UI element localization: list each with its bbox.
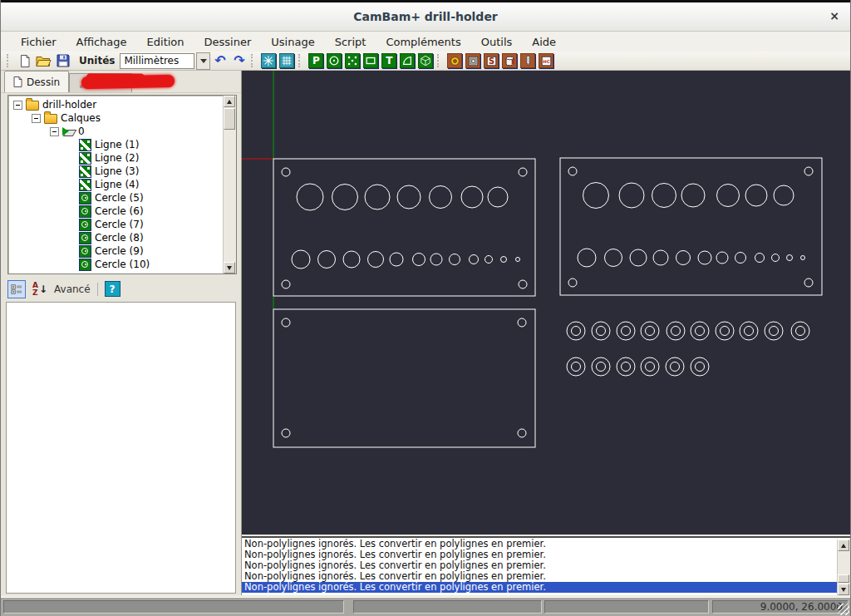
status-panel-1 [3,600,344,614]
cad-viewport[interactable] [242,71,851,535]
status-panel-2 [353,600,542,614]
tree-item-cercle-10[interactable]: Cercle (10) [8,258,236,271]
undo-icon[interactable]: ↶ [211,52,229,69]
toolbar-gripper[interactable] [251,54,255,67]
categorized-view-icon[interactable] [7,280,26,298]
tree-item-drill-holder[interactable]: drill-holder [8,98,236,111]
collapse-icon[interactable] [32,114,41,123]
redo-icon[interactable]: ↷ [230,52,248,69]
tab-dessin-label: Dessin [27,76,60,88]
tree-item-ligne-3[interactable]: Ligne (3) [8,165,236,178]
circle-geometry-icon [79,245,91,258]
chevron-down-icon [200,59,207,63]
draw-text-icon[interactable]: T [381,53,396,68]
scroll-up-button[interactable] [838,540,849,551]
layer-icon [62,126,75,136]
drill-bit-operation-icon[interactable] [520,53,535,68]
sort-alphabetical-icon[interactable]: AZ ↓ [32,282,47,297]
cad-drawing [242,71,851,535]
menu-item-dessiner[interactable]: Dessiner [194,33,262,51]
menu-item-complements[interactable]: Compléments [376,33,470,51]
tab-dessin[interactable]: Dessin [4,71,69,92]
toolbar-gripper[interactable] [7,54,11,67]
advanced-button[interactable]: Avancé [54,283,91,295]
tree-item-ligne-1[interactable]: Ligne (1) [8,138,236,151]
draw-surface-icon[interactable] [418,53,433,68]
tree-item-cercle-9[interactable]: Cercle (9) [8,244,236,258]
folder-icon [26,101,39,111]
units-combobox[interactable]: Millimètres [120,53,194,69]
scroll-down-button[interactable] [838,584,849,595]
draw-polyline-icon[interactable]: P [308,53,323,68]
menu-item-usinage[interactable]: Usinage [261,33,324,51]
tree-item-ligne-4[interactable]: Ligne (4) [8,178,236,191]
menu-item-script[interactable]: Script [325,33,376,51]
tree-item-calques[interactable]: Calques [8,111,236,125]
line-geometry-icon [79,179,91,191]
line-geometry-icon [79,152,91,165]
circle-geometry-icon [79,232,91,244]
nc-code-operation-icon[interactable]: HC [539,53,553,68]
help-icon[interactable]: ? [105,281,121,297]
snap-grid-icon[interactable] [279,53,294,68]
property-grid-empty[interactable] [6,302,236,594]
folder-icon [44,114,57,124]
save-file-icon[interactable] [54,52,71,69]
scroll-up-button[interactable] [224,96,235,107]
line-geometry-icon [79,139,91,151]
collapse-icon[interactable] [13,101,22,110]
menu-item-edition[interactable]: Edition [137,33,194,51]
pocket-operation-icon[interactable] [465,53,480,68]
open-file-icon[interactable] [35,52,52,69]
tree-item-cercle-6[interactable]: Cercle (6) [8,205,236,218]
close-icon[interactable]: × [829,9,839,22]
draw-arc-icon[interactable] [400,53,415,68]
toolbar-gripper[interactable] [298,54,303,67]
left-sidebar: Dessin drill-holder Calques [1,71,242,595]
red-scribble-annotation [81,75,175,89]
log-scrollbar[interactable] [837,540,850,595]
app-window: CamBam+ drill-holder × Fichier Affichage… [0,0,851,616]
scrollbar-thumb[interactable] [838,574,849,583]
collapse-icon[interactable] [50,127,59,136]
resize-grip[interactable] [838,604,849,615]
properties-toolbar: AZ ↓ Avancé ? [1,278,241,300]
tree-item-ligne-2[interactable]: Ligne (2) [8,151,236,165]
menu-item-affichage[interactable]: Affichage [66,33,137,51]
main-toolbar: Unités Millimètres ↶ ↷ P T [1,52,850,71]
toolbar-gripper[interactable] [437,54,441,67]
status-bar: 9.0000, 26.0000 [1,597,850,616]
menu-item-aide[interactable]: Aide [522,33,566,51]
drill-operation-icon[interactable] [447,53,462,68]
tree-item-cercle-7[interactable]: Cercle (7) [8,218,236,231]
circle-geometry-icon [79,205,91,218]
line-geometry-icon [79,165,91,178]
menu-item-outils[interactable]: Outils [471,33,523,51]
svg-text:S: S [489,57,494,66]
units-combobox-arrow[interactable] [196,52,210,70]
draw-points-icon[interactable] [345,53,360,68]
lathe-operation-icon[interactable] [502,53,517,68]
tree-item-layer-0[interactable]: 0 [8,125,236,138]
scroll-down-button[interactable] [224,262,235,274]
status-coordinates: 9.0000, 26.0000 [712,600,849,614]
message-log[interactable]: Non-polylignes ignorés. Les convertir en… [242,536,850,595]
arrow-down-icon [841,588,846,592]
status-panel-3 [544,600,709,614]
profile-operation-icon[interactable]: S [484,53,499,68]
log-line-selected[interactable]: Non-polylignes ignorés. Les convertir en… [242,582,838,593]
circle-geometry-icon [79,192,91,205]
arrow-up-icon [841,544,846,548]
tree-item-cercle-5[interactable]: Cercle (5) [8,191,236,205]
tree-scrollbar[interactable] [223,96,236,274]
menu-item-fichier[interactable]: Fichier [11,33,66,51]
snap-point-icon[interactable] [261,53,276,68]
draw-circle-icon[interactable] [327,53,342,68]
scrollbar-thumb[interactable] [224,108,235,130]
new-file-icon[interactable] [16,52,33,69]
units-label: Unités [79,55,115,67]
draw-rectangle-icon[interactable] [363,53,378,68]
tree-item-cercle-8[interactable]: Cercle (8) [8,231,236,244]
svg-text:HC: HC [543,58,549,63]
circle-geometry-icon [79,219,91,231]
